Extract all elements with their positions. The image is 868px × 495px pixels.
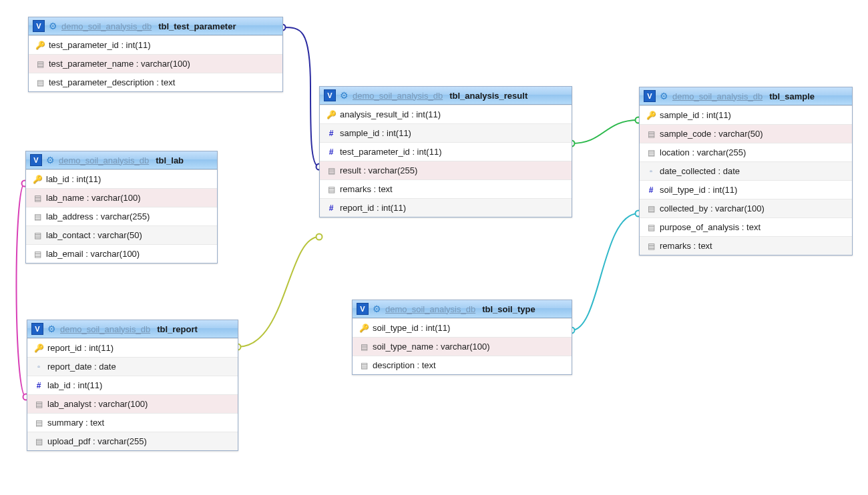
column-label: soil_type_name : varchar(100)	[373, 342, 490, 352]
column-row[interactable]: ▤ upload_pdf : varchar(255)	[27, 432, 238, 450]
column-label: report_id : int(11)	[47, 343, 114, 353]
column-row[interactable]: ▤ lab_contact : varchar(50)	[26, 225, 217, 244]
gear-icon[interactable]: ⚙	[660, 91, 668, 101]
text-icon: ▤	[33, 250, 42, 258]
table-header[interactable]: V ⚙ demo_soil_analysis_db tbl_analysis_r…	[320, 87, 572, 105]
table-header[interactable]: V ⚙ demo_soil_analysis_db tbl_lab	[26, 151, 217, 169]
text-icon: ▤	[34, 419, 43, 427]
text-icon: ▤	[646, 242, 656, 250]
database-name[interactable]: demo_soil_analysis_db	[672, 91, 763, 101]
column-list: 🔑 soil_type_id : int(11) ▤ soil_type_nam…	[353, 318, 572, 374]
column-row[interactable]: ▤ lab_name : varchar(100)	[26, 188, 217, 207]
column-row[interactable]: ▤ soil_type_name : varchar(100)	[353, 337, 572, 356]
database-name[interactable]: demo_soil_analysis_db	[353, 91, 443, 101]
column-label: lab_analyst : varchar(100)	[47, 399, 148, 409]
column-label: sample_id : int(11)	[660, 110, 731, 120]
table-name: tbl_soil_type	[482, 304, 535, 314]
table-report[interactable]: V ⚙ demo_soil_analysis_db tbl_report 🔑 r…	[27, 320, 238, 451]
column-label: sample_id : int(11)	[340, 128, 411, 138]
table-name: tbl_test_parameter	[158, 21, 236, 31]
text-icon: ▤	[327, 167, 336, 175]
column-row[interactable]: ▤ description : text	[353, 356, 572, 374]
text-icon: ▤	[327, 185, 336, 193]
database-name[interactable]: demo_soil_analysis_db	[385, 304, 475, 314]
table-lab[interactable]: V ⚙ demo_soil_analysis_db tbl_lab 🔑 lab_…	[25, 151, 218, 264]
relation-line	[572, 213, 638, 330]
column-row[interactable]: 🔑 lab_id : int(11)	[26, 169, 217, 188]
column-row[interactable]: ▤ lab_analyst : varchar(100)	[27, 394, 238, 413]
column-label: date_collected : date	[660, 166, 740, 176]
key-icon: 🔑	[35, 41, 45, 49]
table-header[interactable]: V ⚙ demo_soil_analysis_db tbl_test_param…	[29, 17, 282, 35]
relation-endpoint	[316, 234, 322, 240]
gear-icon[interactable]: ⚙	[47, 324, 56, 334]
text-icon: ▤	[35, 60, 45, 68]
gear-icon[interactable]: ⚙	[373, 304, 381, 314]
column-row[interactable]: ▤ collected_by : varchar(100)	[640, 199, 852, 217]
column-list: 🔑 analysis_result_id : int(11) # sample_…	[320, 105, 572, 217]
column-label: location : varchar(255)	[660, 147, 746, 157]
column-row[interactable]: 🔑 test_parameter_id : int(11)	[29, 35, 282, 54]
gear-icon[interactable]: ⚙	[46, 155, 55, 165]
column-label: test_parameter_name : varchar(100)	[49, 59, 190, 69]
column-row[interactable]: ▫ date_collected : date	[640, 161, 852, 180]
view-icon: V	[644, 90, 656, 102]
column-row[interactable]: # sample_id : int(11)	[320, 123, 572, 142]
table-name: tbl_report	[157, 324, 198, 334]
view-icon: V	[357, 303, 369, 315]
date-icon: ▫	[34, 364, 43, 370]
table-name: tbl_sample	[769, 91, 815, 101]
relation-line	[282, 27, 319, 167]
column-label: report_date : date	[47, 362, 116, 372]
column-label: lab_contact : varchar(50)	[46, 230, 142, 240]
column-row[interactable]: 🔑 soil_type_id : int(11)	[353, 318, 572, 337]
column-row[interactable]: # lab_id : int(11)	[27, 376, 238, 394]
column-row[interactable]: ▤ lab_email : varchar(100)	[26, 244, 217, 263]
text-icon: ▤	[35, 79, 45, 87]
text-icon: ▤	[34, 400, 43, 408]
table-header[interactable]: V ⚙ demo_soil_analysis_db tbl_sample	[640, 87, 852, 105]
column-row[interactable]: ▤ sample_code : varchar(50)	[640, 124, 852, 143]
column-row[interactable]: 🔑 analysis_result_id : int(11)	[320, 105, 572, 123]
table-header[interactable]: V ⚙ demo_soil_analysis_db tbl_report	[27, 320, 238, 338]
column-row[interactable]: ▫ report_date : date	[27, 357, 238, 376]
gear-icon[interactable]: ⚙	[49, 21, 57, 31]
column-row[interactable]: ▤ remarks : text	[640, 236, 852, 255]
relation-line	[572, 120, 638, 143]
database-name[interactable]: demo_soil_analysis_db	[60, 324, 150, 334]
column-row[interactable]: 🔑 sample_id : int(11)	[640, 105, 852, 124]
column-label: collected_by : varchar(100)	[660, 203, 765, 213]
table-soil_type[interactable]: V ⚙ demo_soil_analysis_db tbl_soil_type …	[352, 300, 572, 375]
column-label: lab_email : varchar(100)	[46, 249, 140, 259]
view-icon: V	[33, 20, 45, 32]
column-row[interactable]: ▤ summary : text	[27, 413, 238, 432]
column-row[interactable]: ▤ location : varchar(255)	[640, 143, 852, 161]
table-name: tbl_lab	[156, 155, 184, 165]
text-icon: ▤	[359, 362, 369, 370]
table-test_parameter[interactable]: V ⚙ demo_soil_analysis_db tbl_test_param…	[28, 17, 283, 92]
column-row[interactable]: ▤ purpose_of_analysis : text	[640, 217, 852, 236]
key-icon: 🔑	[33, 175, 42, 183]
table-name: tbl_analysis_result	[449, 91, 527, 101]
column-row[interactable]: ▤ test_parameter_description : text	[29, 73, 282, 91]
column-row[interactable]: ▤ remarks : text	[320, 179, 572, 198]
column-row[interactable]: ▤ test_parameter_name : varchar(100)	[29, 54, 282, 73]
column-label: lab_address : varchar(255)	[46, 211, 150, 221]
column-row[interactable]: ▤ lab_address : varchar(255)	[26, 207, 217, 225]
column-row[interactable]: # soil_type_id : int(11)	[640, 180, 852, 199]
column-label: purpose_of_analysis : text	[660, 222, 761, 232]
column-row[interactable]: # report_id : int(11)	[320, 198, 572, 217]
column-row[interactable]: ▤ result : varchar(255)	[320, 161, 572, 179]
table-header[interactable]: V ⚙ demo_soil_analysis_db tbl_soil_type	[353, 300, 572, 318]
column-row[interactable]: # test_parameter_id : int(11)	[320, 142, 572, 161]
column-label: upload_pdf : varchar(255)	[47, 436, 147, 446]
database-name[interactable]: demo_soil_analysis_db	[59, 155, 149, 165]
gear-icon[interactable]: ⚙	[340, 91, 349, 100]
key-icon: 🔑	[646, 111, 656, 119]
database-name[interactable]: demo_soil_analysis_db	[61, 21, 152, 31]
fk-icon: #	[327, 204, 336, 212]
table-analysis_result[interactable]: V ⚙ demo_soil_analysis_db tbl_analysis_r…	[319, 86, 572, 217]
column-label: description : text	[373, 360, 436, 370]
column-row[interactable]: 🔑 report_id : int(11)	[27, 338, 238, 357]
table-sample[interactable]: V ⚙ demo_soil_analysis_db tbl_sample 🔑 s…	[639, 87, 853, 256]
